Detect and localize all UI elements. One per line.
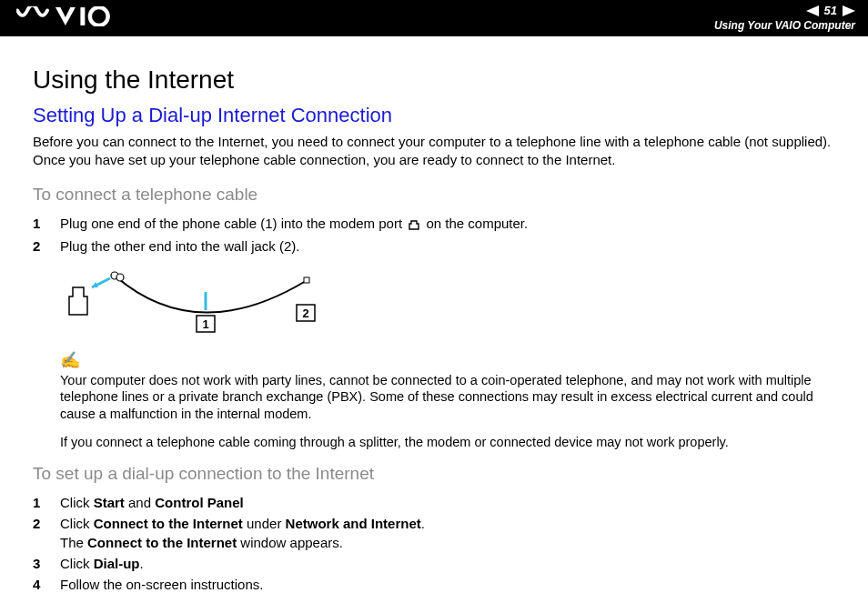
svg-rect-7 — [304, 277, 309, 283]
procedure-1-steps: 1 Plug one end of the phone cable (1) in… — [33, 214, 835, 256]
step-text: Click Start and Control Panel — [60, 493, 835, 512]
step-number: 1 — [33, 214, 60, 235]
step-number: 3 — [33, 554, 60, 573]
diagram-label-1: 1 — [202, 317, 208, 331]
diagram-label-2: 2 — [302, 306, 308, 320]
cable-diagram: 1 2 — [60, 265, 835, 341]
page-nav: 51 — [806, 5, 855, 17]
procedure-title-2: To set up a dial-up connection to the In… — [33, 464, 835, 484]
svg-rect-0 — [80, 7, 85, 25]
list-item: 4 Follow the on-screen instructions. — [33, 575, 835, 594]
procedure-title-1: To connect a telephone cable — [33, 185, 835, 205]
list-item: 2 Plug the other end into the wall jack … — [33, 236, 835, 256]
step-number: 2 — [33, 236, 60, 256]
step-text: Follow the on-screen instructions. — [60, 575, 835, 594]
step-number: 2 — [33, 514, 60, 552]
step-text: Click Connect to the Internet under Netw… — [60, 514, 835, 552]
note-block: ✍ Your computer does not work with party… — [60, 350, 835, 451]
svg-point-3 — [116, 274, 124, 281]
header-bar: 51 Using Your VAIO Computer — [0, 0, 868, 36]
list-item: 1 Click Start and Control Panel — [33, 493, 835, 512]
intro-paragraph: Before you can connect to the Internet, … — [33, 133, 835, 170]
list-item: 1 Plug one end of the phone cable (1) in… — [33, 214, 835, 235]
step-text: Plug one end of the phone cable (1) into… — [60, 214, 835, 235]
list-item: 2 Click Connect to the Internet under Ne… — [33, 514, 835, 552]
header-right: 51 Using Your VAIO Computer — [714, 5, 855, 31]
note-text-1: Your computer does not work with party l… — [60, 372, 835, 424]
modem-port-icon — [408, 216, 420, 235]
vaio-logo — [16, 6, 116, 30]
step-number: 4 — [33, 575, 60, 594]
list-item: 3 Click Dial-up. — [33, 554, 835, 573]
page-title: Using the Internet — [33, 65, 835, 95]
next-page-arrow-icon[interactable] — [843, 5, 855, 16]
step-text: Click Dial-up. — [60, 554, 835, 573]
note-text-2: If you connect a telephone cable coming … — [60, 434, 835, 451]
page-content: Using the Internet Setting Up a Dial-up … — [0, 36, 868, 613]
procedure-2-steps: 1 Click Start and Control Panel 2 Click … — [33, 493, 835, 594]
section-title: Using Your VAIO Computer — [714, 20, 855, 32]
step-text: Plug the other end into the wall jack (2… — [60, 236, 835, 256]
page-number: 51 — [824, 5, 837, 17]
prev-page-arrow-icon[interactable] — [806, 5, 819, 16]
svg-point-1 — [90, 7, 108, 25]
step-number: 1 — [33, 493, 60, 512]
subsection-title: Setting Up a Dial-up Internet Connection — [33, 104, 835, 127]
note-icon: ✍ — [60, 350, 835, 370]
